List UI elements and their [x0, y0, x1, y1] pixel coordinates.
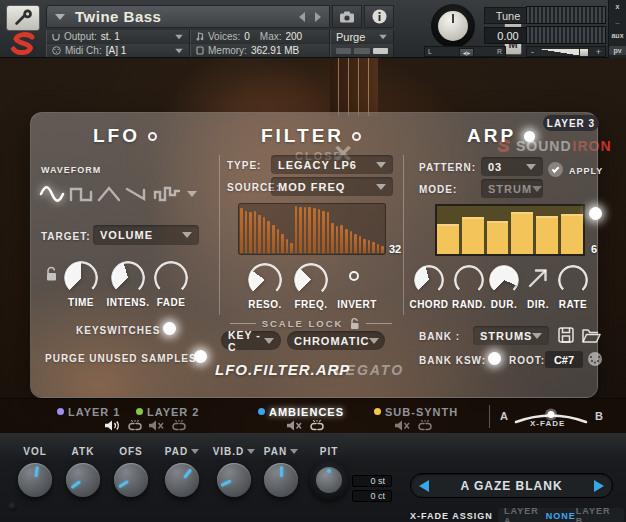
tune-value-box[interactable]: 0.00: [484, 27, 532, 44]
wrench-button[interactable]: [6, 5, 40, 31]
filter-type-dropdown[interactable]: LEGACY LP6: [271, 155, 393, 174]
purge-dropdown-icon[interactable]: [379, 34, 387, 39]
step-bar[interactable]: [487, 221, 509, 254]
step-bar[interactable]: [295, 206, 298, 253]
step-bar[interactable]: [263, 217, 266, 253]
bank-save-button[interactable]: [557, 326, 575, 344]
purge-unused-samples-toggle[interactable]: [194, 350, 207, 363]
step-bar[interactable]: [368, 240, 371, 253]
lfo-lock-icon[interactable]: [45, 266, 58, 282]
arp-steps-count[interactable]: 6: [591, 243, 597, 255]
lfo-power-toggle[interactable]: [148, 132, 157, 141]
pan-knob[interactable]: [264, 463, 298, 497]
layer1-link-icon[interactable]: [126, 420, 144, 432]
waveform-saw-button[interactable]: [125, 183, 149, 205]
step-bar[interactable]: [304, 207, 307, 253]
arp-mode-dropdown[interactable]: STRUM: [481, 179, 543, 198]
preset-next-button[interactable]: [594, 480, 604, 492]
filter-invert-toggle[interactable]: [349, 271, 359, 281]
waveform-dropdown-icon[interactable]: [187, 191, 197, 197]
vol-knob[interactable]: [18, 463, 52, 497]
bank-load-folder-button[interactable]: [581, 327, 601, 344]
lfo-intensity-knob[interactable]: [111, 261, 145, 295]
step-bar[interactable]: [345, 229, 348, 253]
layer2-speaker-muted-icon[interactable]: [148, 420, 165, 431]
volume-handle[interactable]: [579, 48, 589, 57]
step-bar[interactable]: [561, 214, 583, 254]
pan-slider[interactable]: L ◂|▸ R: [424, 46, 506, 57]
vibd-knob-label[interactable]: VIB.D: [207, 446, 261, 457]
output-dropdown-icon[interactable]: [175, 34, 183, 39]
pan-knob-label[interactable]: PAN: [257, 446, 305, 457]
step-bar[interactable]: [331, 223, 334, 253]
step-bar[interactable]: [277, 229, 280, 253]
step-bar[interactable]: [381, 246, 384, 253]
step-bar[interactable]: [258, 215, 261, 253]
step-bar[interactable]: [272, 225, 275, 253]
step-bar[interactable]: [340, 225, 343, 253]
filter-frequency-knob[interactable]: [294, 263, 328, 297]
step-bar[interactable]: [462, 217, 484, 254]
waveform-square-button[interactable]: [69, 183, 93, 205]
close-instrument-button[interactable]: x: [609, 3, 626, 10]
ambiences-speaker-muted-icon[interactable]: [286, 420, 303, 431]
arp-step-table[interactable]: [435, 204, 585, 256]
ofs-knob[interactable]: [114, 463, 148, 497]
preset-name[interactable]: A GAZE BLANK: [460, 479, 562, 493]
step-bar[interactable]: [536, 216, 558, 254]
pan-center-handle[interactable]: ◂|▸: [459, 48, 474, 57]
target-dropdown[interactable]: VOLUME: [93, 225, 199, 245]
midi-din-icon[interactable]: [587, 351, 603, 367]
vibd-dropdown-icon[interactable]: [247, 449, 255, 454]
output-select[interactable]: Output: st. 1: [46, 30, 190, 43]
purge-menu[interactable]: Purge: [330, 30, 394, 43]
step-bar[interactable]: [254, 211, 257, 253]
pad-knob[interactable]: [165, 463, 199, 497]
bank-dropdown[interactable]: STRUMS: [473, 326, 549, 345]
scale-lock-icon[interactable]: [349, 317, 360, 330]
minimize-instrument-button[interactable]: _: [609, 17, 626, 24]
arp-chord-knob[interactable]: [414, 265, 444, 295]
keyswitches-toggle[interactable]: [163, 322, 176, 335]
pit-knob[interactable]: [309, 460, 349, 500]
step-bar[interactable]: [336, 226, 339, 253]
filter-steps-count[interactable]: 32: [389, 243, 401, 255]
step-bar[interactable]: [313, 208, 316, 253]
lfo-fade-knob[interactable]: [154, 261, 188, 295]
page-tab-legato[interactable]: LEGATO: [335, 362, 404, 378]
info-button[interactable]: [364, 5, 394, 28]
next-instrument-icon[interactable]: [315, 12, 321, 22]
step-bar[interactable]: [359, 236, 362, 253]
step-bar[interactable]: [290, 243, 293, 253]
layer1-speaker-on-icon[interactable]: [104, 420, 121, 431]
pitch-cent-box[interactable]: 0 ct: [352, 490, 392, 502]
waveform-random-button[interactable]: [153, 183, 181, 205]
atk-knob[interactable]: [66, 463, 100, 497]
prev-instrument-icon[interactable]: [299, 12, 305, 22]
filter-source-dropdown[interactable]: MOD FREQ: [271, 177, 393, 196]
pad-knob-label[interactable]: PAD: [158, 446, 206, 457]
pitch-semitone-box[interactable]: 0 st: [352, 475, 392, 487]
bank-ksw-toggle[interactable]: [488, 352, 501, 365]
root-note-value-box[interactable]: C#7: [545, 351, 583, 368]
subsynth-tab[interactable]: SUB-SYNTH: [385, 406, 458, 418]
step-bar[interactable]: [437, 224, 459, 254]
subsynth-link-icon[interactable]: [416, 420, 434, 432]
arp-duration-knob[interactable]: [489, 265, 519, 295]
step-bar[interactable]: [511, 212, 533, 254]
waveform-triangle-button[interactable]: [97, 183, 121, 205]
arp-table-toggle[interactable]: [589, 207, 602, 220]
step-bar[interactable]: [286, 239, 289, 253]
step-bar[interactable]: [318, 209, 321, 253]
scale-dropdown[interactable]: CHROMATIC: [287, 331, 385, 350]
step-bar[interactable]: [377, 244, 380, 253]
pan-dropdown-icon[interactable]: [290, 449, 298, 454]
subsynth-speaker-muted-icon[interactable]: [394, 420, 411, 431]
step-bar[interactable]: [281, 234, 284, 253]
xfade-assign-none[interactable]: NONE: [546, 511, 576, 521]
filter-resonance-knob[interactable]: [248, 263, 282, 297]
arp-pattern-dropdown[interactable]: 03: [481, 157, 543, 176]
step-bar[interactable]: [372, 242, 375, 253]
apply-checkbox[interactable]: [548, 162, 563, 177]
layer2-tab[interactable]: LAYER 2: [147, 406, 199, 418]
